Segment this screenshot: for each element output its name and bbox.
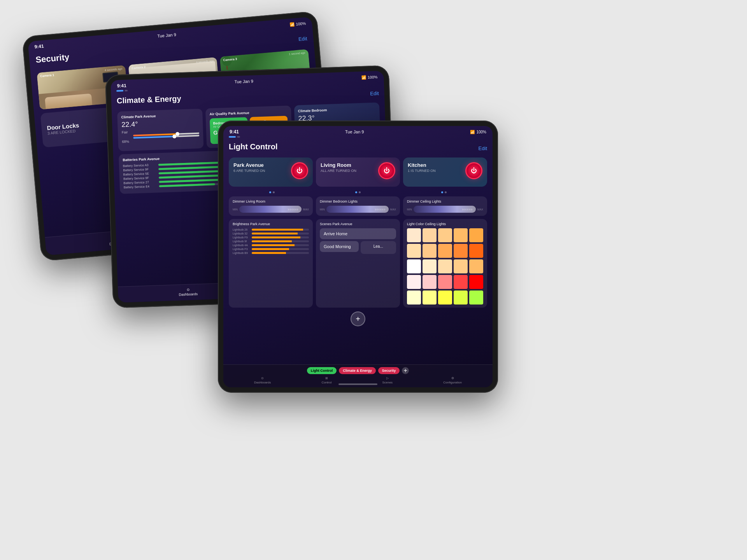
color-grid bbox=[407, 228, 483, 304]
kitchen-power-btn[interactable]: ⏻ bbox=[465, 162, 482, 179]
light-grid-1 bbox=[229, 136, 236, 138]
color-swatch-23[interactable] bbox=[454, 290, 468, 304]
scene-tab-add[interactable]: + bbox=[402, 367, 409, 374]
nav-control[interactable]: ⊞ Control bbox=[321, 376, 331, 384]
bright-label-5: Lightbulb 4A bbox=[233, 244, 250, 247]
dimmer-living-title: Dimmer Living Room bbox=[233, 200, 309, 203]
bright-label-1: Lightbulb 26 bbox=[233, 228, 250, 231]
dim-max-2: MAX bbox=[390, 208, 396, 211]
color-swatch-19[interactable] bbox=[469, 275, 483, 289]
color-swatch-3[interactable] bbox=[454, 228, 468, 242]
climate-bedroom-location: Bedroom bbox=[312, 108, 327, 112]
climate-bedroom-label: Climate bbox=[298, 109, 311, 113]
bright-row-2: Lightbulb 32 bbox=[233, 232, 309, 235]
scene-tab-climate[interactable]: Climate & Energy bbox=[339, 367, 376, 374]
color-swatch-11[interactable] bbox=[423, 259, 437, 273]
climate-dash-icon: ⊙ bbox=[186, 288, 189, 292]
brightness-location: Park Avenue bbox=[250, 222, 270, 226]
color-swatch-15[interactable] bbox=[407, 275, 421, 289]
color-swatch-21[interactable] bbox=[423, 290, 437, 304]
color-swatch-20[interactable] bbox=[407, 290, 421, 304]
living-dot-b bbox=[359, 191, 361, 193]
color-swatch-4[interactable] bbox=[469, 228, 483, 242]
light-screen: 9:41 Tue Jan 9 📶 100% Light Control Edit bbox=[223, 126, 493, 387]
living-power-btn[interactable]: ⏻ bbox=[378, 162, 395, 179]
climate-dash-label: Dashboards bbox=[179, 292, 198, 297]
scene-tab-light[interactable]: Light Control bbox=[307, 367, 337, 374]
scene-good-morning[interactable]: Good Morning bbox=[320, 241, 359, 252]
color-swatch-1[interactable] bbox=[423, 228, 437, 242]
scene-tab-security[interactable]: Security bbox=[378, 367, 400, 374]
color-swatch-17[interactable] bbox=[438, 275, 452, 289]
color-swatch-2[interactable] bbox=[438, 228, 452, 242]
color-swatch-0[interactable] bbox=[407, 228, 421, 242]
dim-track-1[interactable]: »»»»» bbox=[239, 206, 302, 213]
nav-config-label: Configuration bbox=[443, 381, 462, 384]
security-title: Security bbox=[35, 52, 70, 65]
color-swatch-13[interactable] bbox=[454, 259, 468, 273]
color-swatch-5[interactable] bbox=[407, 244, 421, 258]
color-swatch-6[interactable] bbox=[423, 244, 437, 258]
card-dots-row bbox=[229, 190, 487, 193]
power-cards: Park Avenue 6 ARE TURNED ON ⏻ Living Roo… bbox=[229, 158, 487, 187]
park-power-btn[interactable]: ⏻ bbox=[291, 162, 308, 179]
color-swatch-24[interactable] bbox=[469, 290, 483, 304]
dimmer-ceiling-slider: MIN »»»»» MAX bbox=[407, 206, 483, 213]
color-swatch-14[interactable] bbox=[469, 259, 483, 273]
home-indicator[interactable] bbox=[338, 383, 377, 385]
light-edit[interactable]: Edit bbox=[479, 145, 487, 151]
climate-wifi-icon: 📶 bbox=[361, 75, 366, 79]
light-grid-2 bbox=[237, 136, 240, 138]
bright-track-1 bbox=[252, 229, 309, 231]
color-swatch-9[interactable] bbox=[469, 244, 483, 258]
dim-track-2[interactable]: »»»»» bbox=[326, 206, 389, 213]
aq-title: Air Quality Park Avenue bbox=[210, 110, 288, 116]
climate-battery: 100% bbox=[368, 75, 378, 79]
climate-park-card[interactable]: Climate Park Avenue 22.4° Fair bbox=[117, 108, 204, 151]
climate-park-location: Park Avenue bbox=[135, 114, 156, 119]
bright-row-4: Lightbulb 9f bbox=[233, 240, 309, 243]
bright-track-5 bbox=[252, 244, 309, 246]
grid-dot-2 bbox=[124, 90, 128, 91]
brightness-title: Brightness Park Avenue bbox=[233, 222, 309, 226]
color-swatch-18[interactable] bbox=[454, 275, 468, 289]
nav-dashboards[interactable]: ⊙ Dashboards bbox=[254, 376, 271, 384]
b2-label: Battery Service 9F bbox=[123, 167, 156, 172]
climate-park-label: Climate bbox=[121, 115, 134, 119]
dimmer-label-2: Dimmer bbox=[320, 200, 332, 203]
color-swatch-7[interactable] bbox=[438, 244, 452, 258]
slider-label-2 bbox=[122, 138, 132, 138]
b4-label: Battery Service 9F bbox=[123, 176, 156, 180]
power-card-park[interactable]: Park Avenue 6 ARE TURNED ON ⏻ bbox=[229, 158, 313, 187]
power-card-kitchen[interactable]: Kitchen 1 IS TURNED ON ⏻ bbox=[403, 158, 487, 187]
bright-track-7 bbox=[252, 252, 309, 254]
nav-config[interactable]: ⚙ Configuration bbox=[443, 376, 462, 384]
light-title: Light Control bbox=[229, 142, 278, 151]
bright-row-6: Lightbulb F3 bbox=[233, 248, 309, 250]
add-button[interactable]: + bbox=[351, 312, 365, 326]
climate-edit[interactable]: Edit bbox=[370, 90, 379, 96]
kitchen-name: Kitchen bbox=[408, 162, 436, 168]
dim-track-3[interactable]: »»»»» bbox=[414, 206, 476, 213]
dimmer-bedroom: Dimmer Bedroom Lights MIN »»»»» MAX bbox=[316, 196, 400, 216]
color-swatch-12[interactable] bbox=[438, 259, 452, 273]
color-swatch-8[interactable] bbox=[454, 244, 468, 258]
color-swatch-22[interactable] bbox=[438, 290, 452, 304]
color-swatch-10[interactable] bbox=[407, 259, 421, 273]
kitchen-dot-a bbox=[441, 191, 443, 193]
kitchen-info: Kitchen 1 IS TURNED ON bbox=[408, 162, 436, 173]
scene-arrive-home[interactable]: Arrive Home bbox=[320, 228, 396, 239]
scene-tabs: Light Control Climate & Energy Security … bbox=[229, 367, 487, 374]
nav-scenes[interactable]: ▷ Scenes bbox=[382, 376, 393, 384]
nav-dash-label: Dashboards bbox=[254, 381, 271, 384]
security-edit[interactable]: Edit bbox=[298, 35, 307, 42]
grid-dot-1 bbox=[116, 90, 123, 92]
dim-min-2: MIN bbox=[320, 208, 325, 211]
scene-leave[interactable]: Lea... bbox=[361, 241, 396, 254]
climate-tab-dashboards[interactable]: ⊙ Dashboards bbox=[179, 287, 198, 297]
dimmer-label-1: Dimmer bbox=[233, 200, 245, 203]
power-card-living[interactable]: Living Room ALL ARE TURNED ON ⏻ bbox=[316, 158, 400, 187]
status-bar-light: 9:41 Tue Jan 9 📶 100% bbox=[223, 126, 493, 136]
dimmer-bedroom-title: Dimmer Bedroom Lights bbox=[320, 200, 396, 203]
color-swatch-16[interactable] bbox=[423, 275, 437, 289]
